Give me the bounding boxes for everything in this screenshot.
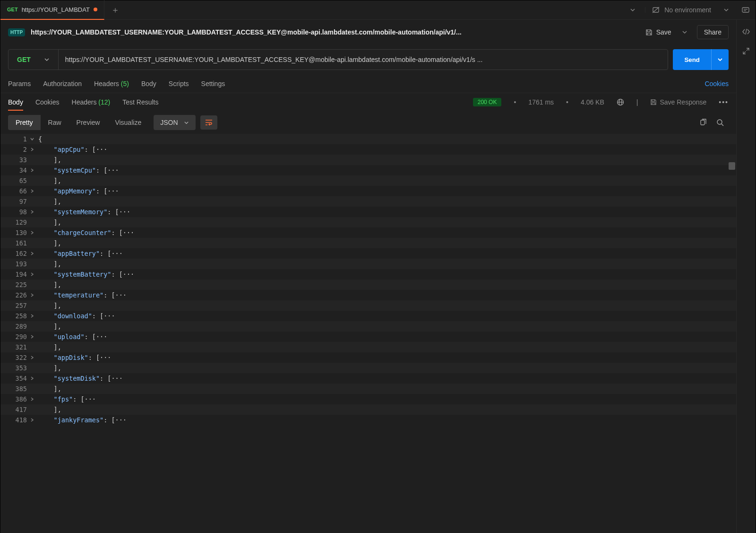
chevron-down-icon	[682, 29, 687, 35]
code-line[interactable]: 289 ],	[0, 321, 736, 332]
code-line[interactable]: 97 ],	[0, 196, 736, 207]
request-title[interactable]: https://YOUR_LAMBDATEST_USERNAME:YOUR_LA…	[31, 28, 633, 36]
save-response-button[interactable]: Save Response	[650, 98, 706, 106]
send-button[interactable]: Send	[673, 49, 711, 70]
view-pretty[interactable]: Pretty	[8, 115, 41, 130]
code-line[interactable]: 129 ],	[0, 217, 736, 227]
network-icon[interactable]	[617, 98, 624, 106]
tab-authorization[interactable]: Authorization	[43, 80, 82, 87]
eye-icon	[741, 6, 750, 14]
code-line[interactable]: 225 ],	[0, 280, 736, 290]
line-number: 33	[0, 156, 30, 164]
save-button[interactable]: Save	[639, 26, 678, 39]
tab-body[interactable]: Body	[141, 80, 156, 87]
more-actions-button[interactable]: •••	[719, 98, 729, 106]
code-line[interactable]: 226 "temperature": [···	[0, 290, 736, 300]
code-line[interactable]: 322 "appDisk": [···	[0, 352, 736, 363]
view-visualize[interactable]: Visualize	[107, 115, 149, 130]
code-content: "systemMemory": [···	[38, 208, 130, 216]
resp-tab-headers[interactable]: Headers (12)	[72, 98, 111, 106]
chevron-down-icon	[184, 120, 189, 125]
fold-toggle[interactable]	[30, 314, 38, 318]
line-number: 386	[0, 395, 30, 403]
fold-toggle[interactable]	[30, 293, 38, 297]
new-tab-button[interactable]: ＋	[104, 4, 126, 16]
response-body[interactable]: 1{2 "appCpu": [···33 ],34 "systemCpu": […	[0, 134, 736, 533]
copy-response-button[interactable]	[695, 116, 712, 129]
fold-toggle[interactable]	[30, 251, 38, 256]
fold-toggle[interactable]	[30, 147, 38, 152]
tab-settings[interactable]: Settings	[201, 80, 225, 87]
fold-toggle[interactable]	[30, 334, 38, 339]
code-line[interactable]: 321 ],	[0, 342, 736, 352]
view-preview[interactable]: Preview	[69, 115, 108, 130]
code-content: "temperature": [···	[38, 291, 127, 299]
code-line[interactable]: 257 ],	[0, 300, 736, 311]
svg-point-11	[717, 120, 722, 124]
line-number: 290	[0, 333, 30, 341]
code-line[interactable]: 385 ],	[0, 384, 736, 394]
svg-line-12	[722, 124, 723, 126]
tab-params[interactable]: Params	[8, 80, 31, 87]
fold-toggle[interactable]	[30, 230, 38, 235]
code-line[interactable]: 130 "chargeCounter": [···	[0, 227, 736, 238]
save-dropdown-button[interactable]	[678, 26, 691, 38]
code-line[interactable]: 194 "systemBattery": [···	[0, 269, 736, 280]
code-line[interactable]: 354 "systemDisk": [···	[0, 373, 736, 384]
code-icon	[742, 27, 750, 36]
fold-toggle[interactable]	[30, 376, 38, 381]
line-number: 385	[0, 385, 30, 393]
send-dropdown-button[interactable]	[711, 49, 729, 70]
share-button[interactable]: Share	[697, 25, 729, 39]
code-line[interactable]: 1{	[0, 134, 736, 144]
cookies-link[interactable]: Cookies	[704, 80, 729, 87]
line-number: 226	[0, 291, 30, 299]
code-content: "appMemory": [···	[38, 187, 119, 195]
code-line[interactable]: 162 "appBattery": [···	[0, 248, 736, 259]
code-line[interactable]: 34 "systemCpu": [···	[0, 165, 736, 175]
method-select[interactable]: GET	[9, 50, 59, 70]
code-line[interactable]: 33 ],	[0, 155, 736, 165]
code-line[interactable]: 193 ],	[0, 259, 736, 269]
search-response-button[interactable]	[712, 116, 729, 129]
code-line[interactable]: 418 "jankyFrames": [···	[0, 415, 736, 425]
code-line[interactable]: 65 ],	[0, 175, 736, 186]
code-line[interactable]: 66 "appMemory": [···	[0, 186, 736, 196]
code-line[interactable]: 417 ],	[0, 404, 736, 415]
format-select[interactable]: JSON	[154, 115, 195, 130]
fold-toggle[interactable]	[30, 137, 38, 141]
code-line[interactable]: 290 "upload": [···	[0, 332, 736, 342]
resp-tab-test-results[interactable]: Test Results	[122, 98, 158, 106]
line-number: 161	[0, 239, 30, 247]
code-line[interactable]: 98 "systemMemory": [···	[0, 207, 736, 217]
resp-tab-body[interactable]: Body	[8, 98, 23, 111]
scrollbar-thumb[interactable]	[729, 162, 735, 170]
tab-headers[interactable]: Headers (5)	[94, 80, 129, 87]
code-panel-button[interactable]	[742, 27, 750, 36]
fold-toggle[interactable]	[30, 418, 38, 422]
code-line[interactable]: 258 "download": [···	[0, 311, 736, 321]
code-line[interactable]: 2 "appCpu": [···	[0, 144, 736, 155]
code-content: ],	[38, 343, 61, 351]
expand-panel-button[interactable]	[742, 47, 750, 55]
tabs-overflow-button[interactable]	[620, 7, 645, 13]
fold-toggle[interactable]	[30, 168, 38, 173]
tab-scripts[interactable]: Scripts	[169, 80, 189, 87]
fold-toggle[interactable]	[30, 397, 38, 402]
view-raw[interactable]: Raw	[41, 115, 69, 130]
resp-tab-cookies[interactable]: Cookies	[35, 98, 60, 106]
fold-toggle[interactable]	[30, 272, 38, 277]
request-tab[interactable]: GET https://YOUR_LAMBDAT	[0, 0, 104, 20]
fold-toggle[interactable]	[30, 210, 38, 214]
code-content: "chargeCounter": [···	[38, 229, 134, 236]
fold-toggle[interactable]	[30, 189, 38, 193]
wrap-lines-button[interactable]	[200, 115, 217, 130]
code-line[interactable]: 386 "fps": [···	[0, 394, 736, 404]
url-input[interactable]: https://YOUR_LAMBDATEST_USERNAME:YOUR_LA…	[59, 50, 668, 70]
code-line[interactable]: 353 ],	[0, 363, 736, 373]
environment-selector[interactable]: No environment	[645, 6, 736, 14]
code-line[interactable]: 161 ],	[0, 238, 736, 248]
line-number: 34	[0, 166, 30, 174]
environment-quicklook-button[interactable]	[736, 6, 756, 14]
fold-toggle[interactable]	[30, 355, 38, 360]
